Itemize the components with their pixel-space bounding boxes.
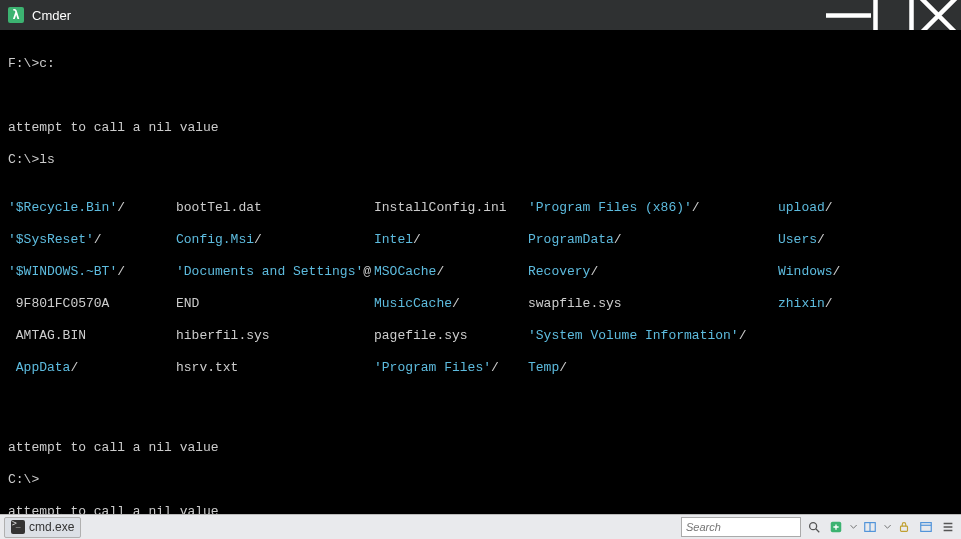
minimize-button[interactable] (826, 0, 871, 30)
window-split-button[interactable] (861, 518, 879, 536)
svg-rect-0 (876, 0, 912, 33)
terminal-line: C:\>ls (8, 152, 953, 168)
app-logo-icon (8, 7, 24, 23)
terminal-output[interactable]: F:\>c: attempt to call a nil value C:\>l… (0, 30, 961, 514)
close-button[interactable] (916, 0, 961, 30)
svg-rect-5 (921, 523, 932, 532)
svg-point-1 (810, 523, 817, 530)
console-tab-label: cmd.exe (29, 520, 74, 534)
window-split-dropdown[interactable] (883, 525, 891, 529)
console-tab[interactable]: cmd.exe (4, 517, 81, 538)
new-console-dropdown[interactable] (849, 525, 857, 529)
terminal-line: C:\> (8, 472, 953, 488)
terminal-line: attempt to call a nil value (8, 120, 953, 136)
svg-rect-4 (901, 526, 908, 531)
console-icon (11, 520, 25, 534)
toggle-view-button[interactable] (917, 518, 935, 536)
lock-button[interactable] (895, 518, 913, 536)
ls-output: '$Recycle.Bin'/bootTel.datInstallConfig.… (8, 184, 953, 392)
new-console-button[interactable] (827, 518, 845, 536)
maximize-button[interactable] (871, 0, 916, 30)
status-bar: cmd.exe (0, 514, 961, 539)
window-title: Cmder (32, 8, 826, 23)
terminal-line: attempt to call a nil value (8, 504, 953, 514)
window-titlebar: Cmder (0, 0, 961, 30)
terminal-line: F:\>c: (8, 56, 953, 72)
search-input[interactable] (681, 517, 801, 537)
menu-button[interactable] (939, 518, 957, 536)
terminal-line: attempt to call a nil value (8, 440, 953, 456)
search-button[interactable] (805, 518, 823, 536)
